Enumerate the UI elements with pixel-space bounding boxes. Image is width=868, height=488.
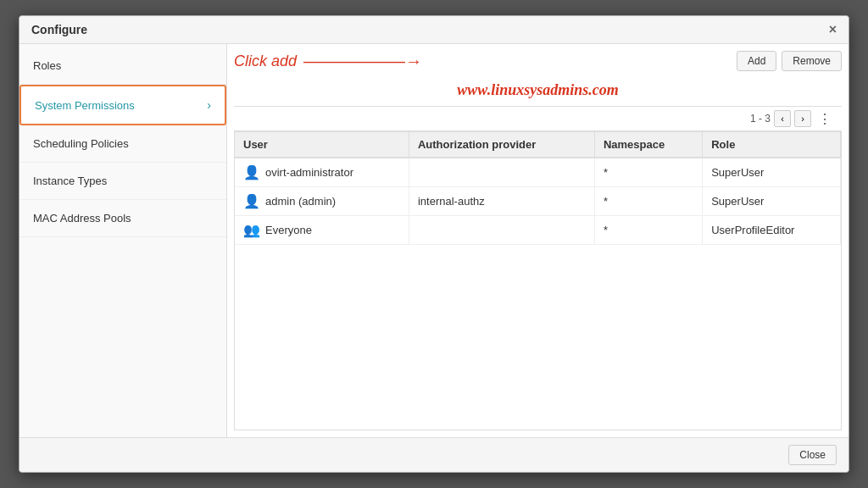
toolbar-buttons: Add Remove — [737, 51, 842, 71]
pagination-row: 1 - 3 ‹ › ⋮ — [234, 107, 842, 131]
col-role: Role — [703, 132, 841, 158]
dialog-title: Configure — [31, 23, 87, 36]
role-cell: SuperUser — [703, 158, 841, 187]
pagination-range: 1 - 3 — [750, 113, 771, 125]
arrow-right-icon: ——————→ — [303, 52, 422, 71]
sidebar-item-mac-address-pools[interactable]: MAC Address Pools — [19, 200, 226, 237]
permissions-table: User Authorization provider Namespace Ro… — [235, 132, 841, 245]
user-name: ovirt-administrator — [265, 166, 353, 179]
click-add-text: Click add — [234, 53, 297, 70]
website-url: www.linuxsysadmins.com — [457, 81, 618, 98]
sidebar-item-label: MAC Address Pools — [33, 212, 131, 225]
user-name: admin (admin) — [265, 195, 336, 208]
user-cell: 👥 Everyone — [235, 216, 409, 245]
configure-dialog: Configure × Roles System Permissions › S… — [19, 15, 849, 473]
sidebar-item-label: System Permissions — [35, 99, 135, 112]
user-icon: 👤 — [243, 193, 260, 209]
permissions-table-container: User Authorization provider Namespace Ro… — [234, 131, 842, 430]
add-button[interactable]: Add — [737, 51, 776, 71]
dialog-close-button[interactable]: × — [829, 23, 837, 36]
chevron-right-icon: › — [207, 98, 211, 112]
dialog-header: Configure × — [19, 16, 849, 44]
col-user: User — [235, 132, 409, 158]
role-cell: UserProfileEditor — [703, 216, 841, 245]
website-banner: www.linuxsysadmins.com — [234, 75, 842, 107]
group-icon: 👥 — [243, 222, 260, 238]
col-auth-provider: Authorization provider — [409, 132, 594, 158]
role-cell: SuperUser — [703, 187, 841, 216]
table-row[interactable]: 👥 Everyone * UserProfileEditor — [235, 216, 841, 245]
auth-provider-cell — [409, 158, 594, 187]
dialog-body: Roles System Permissions › Scheduling Po… — [19, 44, 849, 437]
sidebar-item-label: Roles — [33, 59, 61, 72]
namespace-cell: * — [594, 158, 702, 187]
next-page-button[interactable]: › — [794, 110, 811, 127]
click-add-annotation: Click add ——————→ — [234, 52, 422, 71]
user-icon: 👤 — [243, 164, 260, 180]
table-row[interactable]: 👤 ovirt-administrator * SuperUser — [235, 158, 841, 187]
close-button[interactable]: Close — [788, 445, 837, 465]
sidebar: Roles System Permissions › Scheduling Po… — [19, 44, 227, 437]
content-top-bar: Click add ——————→ Add Remove — [234, 51, 842, 71]
auth-provider-cell — [409, 216, 594, 245]
user-cell: 👤 admin (admin) — [235, 187, 409, 216]
sidebar-item-label: Instance Types — [33, 175, 107, 187]
remove-button[interactable]: Remove — [782, 51, 842, 71]
dialog-footer: Close — [19, 437, 849, 472]
sidebar-item-instance-types[interactable]: Instance Types — [19, 163, 226, 200]
user-cell: 👤 ovirt-administrator — [235, 158, 409, 187]
main-content: Click add ——————→ Add Remove www.linuxsy… — [227, 44, 849, 437]
sidebar-item-scheduling-policies[interactable]: Scheduling Policies — [19, 125, 226, 163]
auth-provider-cell: internal-authz — [409, 187, 594, 216]
sidebar-item-label: Scheduling Policies — [33, 137, 129, 150]
sidebar-item-system-permissions[interactable]: System Permissions › — [19, 85, 226, 125]
prev-page-button[interactable]: ‹ — [774, 110, 791, 127]
col-namespace: Namespace — [594, 132, 702, 158]
kebab-menu-button[interactable]: ⋮ — [815, 111, 835, 127]
table-row[interactable]: 👤 admin (admin) internal-authz * SuperUs… — [235, 187, 841, 216]
namespace-cell: * — [594, 187, 702, 216]
namespace-cell: * — [594, 216, 702, 245]
sidebar-item-roles[interactable]: Roles — [19, 47, 226, 85]
table-header-row: User Authorization provider Namespace Ro… — [235, 132, 841, 158]
user-name: Everyone — [265, 224, 312, 236]
